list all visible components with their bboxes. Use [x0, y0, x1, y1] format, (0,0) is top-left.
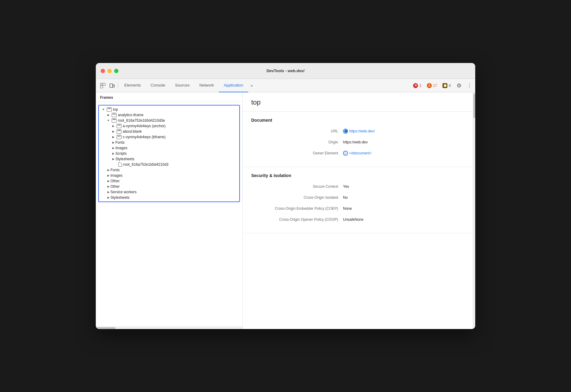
tree-item-aboutblank[interactable]: about:blank [99, 129, 239, 134]
tree-item-avynmy[interactable]: a-vynmy4vb4wys (anchor) [99, 123, 239, 129]
tab-sources[interactable]: Sources [170, 79, 195, 92]
tree-label-stylesheets: Stylesheets [110, 195, 129, 200]
owner-icon: ⊙ [343, 151, 348, 156]
tree-label-fonts-inner: Fonts [115, 140, 125, 145]
tree-item-top[interactable]: top [99, 107, 239, 112]
tree-label-images: Images [110, 173, 122, 178]
tree-label-root616: root_616a752e1b5d4210d3e [118, 118, 165, 123]
tree-item-other2[interactable]: Other [99, 184, 239, 189]
frame-icon-aboutblank [117, 129, 121, 134]
cross-origin-isolated-value: No [343, 195, 348, 200]
url-link[interactable]: https://web.dev/ [349, 129, 375, 133]
content-title: top [251, 98, 464, 106]
frame-icon-top [107, 107, 112, 112]
warnings-count: 17 [433, 83, 437, 88]
horizontal-scrollbar-thumb [97, 327, 115, 329]
tree-label-fonts: Fonts [110, 168, 120, 172]
frame-icon-cvynmy [117, 135, 121, 139]
coep-value: None [343, 206, 352, 211]
tree-label-other2: Other [110, 184, 120, 189]
tree-item-scripts-inner[interactable]: Scripts [99, 151, 239, 156]
expand-arrow-fonts-inner [111, 140, 115, 145]
tree-item-other1[interactable]: Other [99, 178, 239, 184]
tree-item-fonts[interactable]: Fonts [99, 167, 239, 173]
close-button[interactable] [101, 69, 105, 73]
info-icon: ◼ [442, 83, 447, 88]
tab-console[interactable]: Console [146, 79, 170, 92]
expand-arrow-avynmy [111, 124, 115, 128]
document-section: Document URL 🔵 https://web.dev/ Origin h… [243, 112, 473, 167]
tab-application[interactable]: Application [219, 79, 248, 92]
errors-button[interactable]: ✕ 1 [411, 83, 423, 89]
device-toolbar-button[interactable] [107, 81, 117, 90]
maximize-button[interactable] [114, 69, 118, 73]
security-section-title: Security & Isolation [251, 173, 464, 178]
expand-arrow-cvynmy [111, 135, 115, 139]
tree-item-root616[interactable]: root_616a752e1b5d4210d3e [99, 118, 239, 123]
expand-arrow-stylesheets [106, 195, 110, 200]
expand-arrow-other1 [106, 179, 110, 183]
tree-label-scripts-inner: Scripts [115, 151, 127, 156]
expand-arrow-scripts-inner [111, 151, 115, 156]
secure-context-value: Yes [343, 184, 349, 189]
vertical-scrollbar-thumb [473, 94, 475, 118]
expand-arrow-aboutblank [111, 129, 115, 134]
inspect-element-button[interactable] [98, 81, 107, 90]
expand-arrow-images-inner [111, 146, 115, 150]
svg-rect-2 [100, 86, 103, 88]
traffic-lights [101, 69, 118, 73]
coop-row: Cross-Origin Opener Policy (COOP) Unsafe… [251, 216, 464, 223]
svg-rect-3 [110, 84, 113, 87]
owner-row: Owner Element ⊙ <#document> [251, 150, 464, 157]
minimize-button[interactable] [107, 69, 112, 73]
owner-link[interactable]: <#document> [349, 151, 371, 155]
warnings-button[interactable]: ⚠ 17 [425, 83, 439, 89]
horizontal-scrollbar[interactable] [96, 327, 242, 329]
secure-context-row: Secure Context Yes [251, 183, 464, 190]
coop-value: UnsafeNone [343, 217, 364, 222]
frame-icon-root616 [112, 118, 117, 123]
url-row: URL 🔵 https://web.dev/ [251, 128, 464, 135]
url-value: 🔵 https://web.dev/ [343, 129, 375, 134]
tree-item-analytics[interactable]: analytics-iframe [99, 112, 239, 118]
tree-label-aboutblank: about:blank [123, 129, 142, 134]
warning-icon: ⚠ [427, 83, 432, 88]
window-title: DevTools - web.dev/ [267, 68, 304, 73]
tab-network[interactable]: Network [195, 79, 219, 92]
frames-tree: top analytics-iframe root_616a752e1b5d42… [98, 105, 240, 202]
vertical-scrollbar[interactable] [473, 92, 475, 329]
tree-item-stylesheets[interactable]: Stylesheets [99, 195, 239, 200]
tree-item-stylesheets-inner[interactable]: Stylesheets [99, 156, 239, 162]
main-area: Frames top analytics-iframe [96, 92, 475, 329]
settings-button[interactable]: ⚙ [454, 81, 464, 90]
tree-label-cvynmy: c-vynmy4vb4wys (bframe) [123, 135, 166, 139]
more-options-button[interactable]: ⋮ [465, 81, 473, 90]
document-section-title: Document [251, 118, 464, 123]
content-panel: top Document URL 🔵 https://web.dev/ Orig… [243, 92, 473, 329]
devtools-window: DevTools - web.dev/ Elements Console Sou… [96, 63, 475, 329]
tree-item-css-file[interactable]: root_616a752e1b5d4210d3 [99, 162, 239, 167]
origin-row: Origin https://web.dev [251, 139, 464, 146]
coep-label: Cross-Origin Embedder Policy (COEP) [251, 206, 343, 211]
expand-arrow-images [106, 173, 110, 178]
svg-rect-1 [103, 83, 105, 86]
info-count: 4 [449, 83, 451, 88]
cross-origin-isolated-label: Cross-Origin Isolated [251, 195, 343, 200]
tree-item-cvynmy[interactable]: c-vynmy4vb4wys (bframe) [99, 134, 239, 140]
owner-label: Owner Element [251, 151, 343, 155]
tree-label-top: top [113, 107, 118, 112]
sidebar-tree[interactable]: top analytics-iframe root_616a752e1b5d42… [96, 102, 242, 327]
more-tabs-button[interactable]: » [248, 79, 255, 92]
toolbar-right: ✕ 1 ⚠ 17 ◼ 4 ⚙ ⋮ [411, 81, 473, 90]
tree-item-service-workers[interactable]: Service workers [99, 189, 239, 195]
tree-item-fonts-inner[interactable]: Fonts [99, 140, 239, 145]
expand-arrow-other2 [106, 184, 110, 189]
secure-context-label: Secure Context [251, 184, 343, 189]
info-button[interactable]: ◼ 4 [441, 83, 453, 89]
error-icon: ✕ [413, 83, 418, 88]
tree-item-images[interactable]: Images [99, 173, 239, 178]
tree-item-images-inner[interactable]: Images [99, 145, 239, 151]
tab-elements[interactable]: Elements [119, 79, 146, 92]
url-icon: 🔵 [343, 129, 348, 134]
expand-arrow-root616 [106, 118, 110, 123]
